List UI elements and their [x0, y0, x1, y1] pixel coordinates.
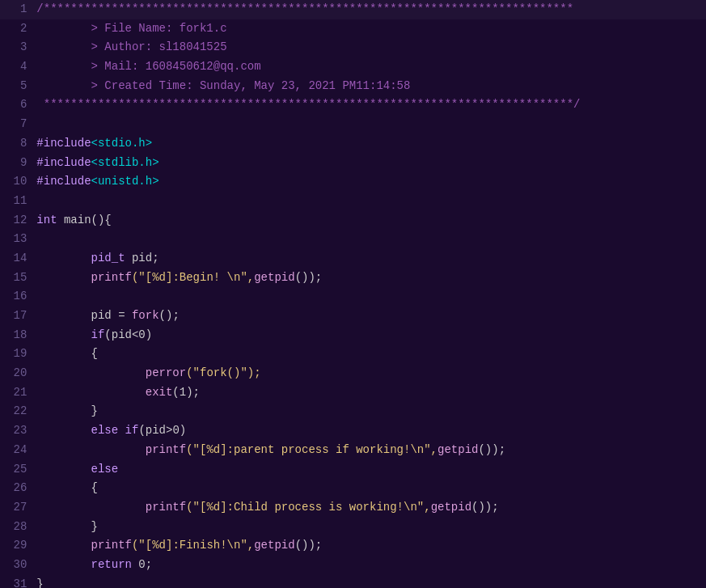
code-token: #include: [36, 175, 91, 188]
line-number: 2: [0, 19, 36, 39]
line-number: 11: [0, 192, 36, 211]
code-token: else: [91, 424, 119, 437]
line-content: {: [36, 345, 706, 364]
code-token: printf: [146, 443, 186, 456]
line-content: if(pid<0): [36, 326, 706, 345]
table-row: 17 pid = fork();: [0, 307, 706, 326]
table-row: 1/**************************************…: [0, 0, 706, 19]
code-token: ());: [295, 271, 323, 284]
code-token: ("fork()");: [186, 366, 260, 379]
code-token: }: [36, 520, 98, 533]
code-token: [36, 366, 145, 379]
line-number: 19: [0, 345, 36, 364]
line-number: 31: [0, 575, 36, 588]
table-row: 4 > Mail: 1608450612@qq.com: [0, 57, 706, 77]
code-token: return: [91, 558, 132, 571]
code-token: [36, 558, 91, 571]
line-number: 3: [0, 38, 36, 57]
line-content: printf("[%d]:Begin! \n",getpid());: [36, 269, 706, 288]
line-number: 5: [0, 77, 36, 96]
table-row: 18 if(pid<0): [0, 326, 706, 345]
table-row: 15 printf("[%d]:Begin! \n",getpid());: [0, 269, 706, 288]
line-content: printf("[%d]:Finish!\n",getpid());: [36, 536, 706, 556]
line-number: 4: [0, 57, 36, 77]
line-content: perror("fork()");: [36, 364, 706, 383]
line-content: > Created Time: Sunday, May 23, 2021 PM1…: [36, 77, 706, 96]
line-content: }: [36, 575, 706, 588]
line-number: 30: [0, 556, 36, 575]
table-row: 9#include<stdlib.h>: [0, 154, 706, 173]
code-token: > Author: sl18041525: [36, 40, 226, 53]
code-token: pid =: [36, 309, 132, 322]
code-token: ("[%d]:Begin! \n",: [132, 271, 254, 284]
code-token: (1);: [172, 386, 200, 399]
line-number: 17: [0, 307, 36, 326]
line-number: 20: [0, 364, 36, 383]
code-token: fork: [132, 309, 159, 322]
code-token: [36, 443, 145, 456]
code-token: getpid: [438, 443, 478, 456]
table-row: 16: [0, 287, 706, 307]
code-token: if: [91, 328, 105, 341]
line-number: 22: [0, 402, 36, 421]
line-content: pid = fork();: [36, 307, 706, 326]
line-number: 27: [0, 498, 36, 518]
code-token: perror: [146, 366, 186, 379]
line-number: 24: [0, 441, 36, 460]
table-row: 11: [0, 192, 706, 211]
code-token: 0;: [132, 558, 152, 571]
table-row: 26 {: [0, 479, 706, 498]
code-token: pid;: [125, 252, 159, 264]
line-content: > File Name: fork1.c: [36, 19, 706, 39]
code-token: [118, 424, 125, 437]
line-content: }: [36, 402, 706, 421]
line-number: 7: [0, 115, 36, 134]
table-row: 22 }: [0, 402, 706, 421]
code-token: ****************************************…: [36, 98, 580, 111]
code-token: getpid: [254, 539, 294, 552]
line-content: printf("[%d]:parent process if working!\…: [36, 441, 706, 460]
line-number: 25: [0, 460, 36, 480]
table-row: 7: [0, 115, 706, 134]
line-content: printf("[%d]:Child process is working!\n…: [36, 498, 706, 518]
code-token: <stdlib.h>: [91, 156, 159, 169]
code-token: ("[%d]:Finish!\n",: [132, 539, 254, 552]
code-token: ());: [471, 501, 499, 514]
code-token: (pid<0): [104, 328, 152, 341]
code-token: main(){: [57, 214, 112, 226]
table-row: 13: [0, 230, 706, 249]
table-row: 12int main(){: [0, 211, 706, 231]
code-token: ());: [478, 443, 505, 456]
table-row: 23 else if(pid>0): [0, 421, 706, 441]
table-row: 14 pid_t pid;: [0, 249, 706, 269]
code-token: }: [36, 577, 43, 588]
code-token: ("[%d]:parent process if working!\n",: [186, 443, 438, 456]
line-number: 13: [0, 230, 36, 249]
line-number: 16: [0, 287, 36, 307]
code-token: [36, 501, 145, 514]
line-content: return 0;: [36, 556, 706, 575]
line-content: #include<stdio.h>: [36, 134, 706, 154]
code-token: printf: [91, 271, 132, 284]
table-row: 27 printf("[%d]:Child process is working…: [0, 498, 706, 518]
line-content: > Author: sl18041525: [36, 38, 706, 57]
code-token: > Created Time: Sunday, May 23, 2021 PM1…: [36, 79, 410, 92]
code-token: {: [36, 347, 98, 360]
code-token: printf: [91, 539, 132, 552]
code-editor: 1/**************************************…: [0, 0, 706, 588]
line-number: 29: [0, 536, 36, 556]
code-token: <unistd.h>: [91, 175, 159, 188]
code-table: 1/**************************************…: [0, 0, 706, 588]
line-number: 1: [0, 0, 36, 19]
table-row: 24 printf("[%d]:parent process if workin…: [0, 441, 706, 460]
code-token: [36, 328, 91, 341]
table-row: 10#include<unistd.h>: [0, 172, 706, 192]
line-number: 28: [0, 518, 36, 537]
table-row: 28 }: [0, 518, 706, 537]
code-token: ());: [295, 539, 323, 552]
line-content: #include<stdlib.h>: [36, 154, 706, 173]
code-token: }: [36, 404, 98, 417]
code-token: [36, 386, 145, 399]
code-token: /***************************************…: [36, 2, 573, 15]
line-number: 26: [0, 479, 36, 498]
